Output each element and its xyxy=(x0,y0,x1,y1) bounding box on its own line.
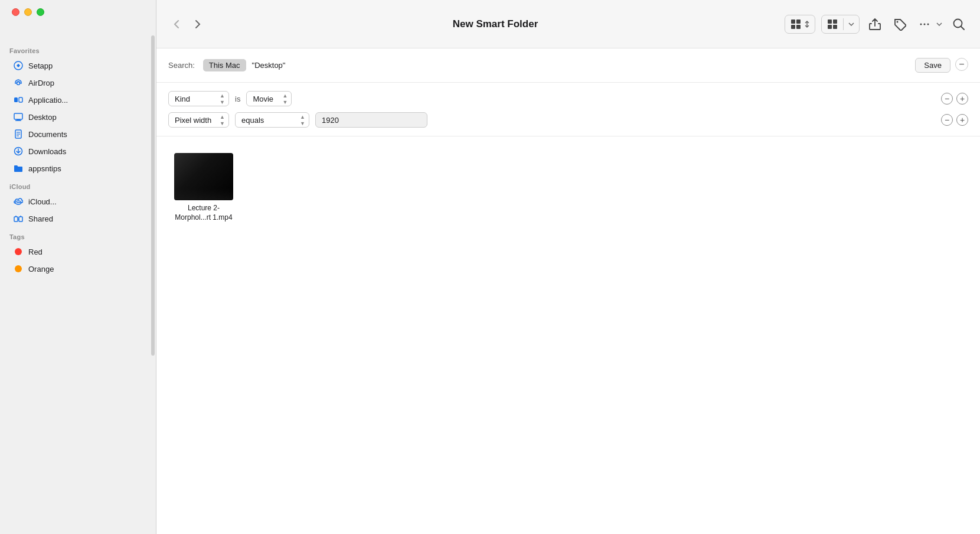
filters-area: Kind Name Pixel width Duration File size… xyxy=(156,83,980,136)
setapp-icon xyxy=(13,60,24,71)
tag-label: Red xyxy=(28,248,43,256)
airdrop-icon xyxy=(13,77,24,88)
sidebar-item-airdrop[interactable]: AirDrop xyxy=(4,74,152,91)
sidebar-item-label: Applicatio... xyxy=(28,96,68,105)
sidebar-item-downloads[interactable]: Downloads xyxy=(4,143,152,159)
downloads-icon xyxy=(13,146,24,157)
equals-select-wrapper[interactable]: equals does not equal is less than is gr… xyxy=(235,112,309,128)
svg-rect-2 xyxy=(14,97,18,102)
folder-icon xyxy=(13,163,24,174)
sidebar-item-label: Shared xyxy=(28,214,53,223)
sidebar-item-tag-red[interactable]: Red xyxy=(4,243,152,260)
sidebar-item-label: iCloud... xyxy=(28,197,57,206)
sidebar-item-label: Documents xyxy=(28,130,67,139)
pixel-width-value-input[interactable] xyxy=(315,112,427,128)
minimize-button[interactable] xyxy=(24,8,32,16)
pixel-width-select[interactable]: Pixel width Kind Name Duration File size xyxy=(168,112,229,128)
sidebar-item-label: appsntips xyxy=(28,164,61,173)
documents-icon xyxy=(13,129,24,139)
svg-rect-20 xyxy=(833,19,837,24)
file-name: Lecture 2-Morphol...rt 1.mp4 xyxy=(175,204,232,222)
svg-rect-22 xyxy=(833,25,837,29)
search-desktop-tag: "Desktop" xyxy=(252,61,286,70)
svg-point-24 xyxy=(920,23,922,25)
add-filter-1-button[interactable]: + xyxy=(956,93,968,105)
more-dropdown-button[interactable] xyxy=(935,19,943,29)
sidebar-item-appsntips[interactable]: appsntips xyxy=(4,160,152,177)
svg-rect-16 xyxy=(796,19,801,24)
sidebar: Favorites Setapp AirDrop xyxy=(0,0,156,534)
sidebar-item-label: Desktop xyxy=(28,113,57,122)
svg-rect-21 xyxy=(828,25,832,29)
file-thumbnail xyxy=(174,153,233,200)
tag-label: Orange xyxy=(28,265,54,273)
search-bar: Search: This Mac "Desktop" Save − xyxy=(156,48,980,83)
movie-select[interactable]: Movie Image Audio PDF Text Folder xyxy=(246,91,292,106)
kind-select-wrapper[interactable]: Kind Name Pixel width Duration File size… xyxy=(168,91,229,106)
toolbar-actions xyxy=(785,15,968,34)
is-label-1: is xyxy=(235,95,240,103)
svg-rect-19 xyxy=(828,19,832,24)
save-button[interactable]: Save xyxy=(915,58,950,73)
file-item[interactable]: Lecture 2-Morphol...rt 1.mp4 xyxy=(168,148,239,227)
sidebar-item-tag-orange[interactable]: Orange xyxy=(4,261,152,277)
svg-rect-3 xyxy=(19,97,22,102)
tags-label: Tags xyxy=(0,227,156,243)
sidebar-item-shared[interactable]: Shared xyxy=(4,210,152,227)
svg-point-25 xyxy=(924,23,926,25)
remove-filter-2-button[interactable]: − xyxy=(941,114,953,126)
content-area: Lecture 2-Morphol...rt 1.mp4 xyxy=(156,136,980,534)
back-button[interactable] xyxy=(168,16,185,32)
equals-select[interactable]: equals does not equal is less than is gr… xyxy=(235,112,309,128)
svg-rect-17 xyxy=(791,25,795,29)
main-area: New Smart Folder xyxy=(156,0,980,534)
tag-button[interactable] xyxy=(890,15,909,34)
shared-icon xyxy=(13,213,24,224)
grid-view-button[interactable] xyxy=(785,15,815,33)
close-button[interactable] xyxy=(12,8,19,16)
sidebar-item-label: Setapp xyxy=(28,61,53,70)
search-label: Search: xyxy=(168,61,195,70)
sidebar-scrollbar[interactable] xyxy=(151,35,155,356)
svg-rect-15 xyxy=(791,19,795,24)
view-mode-button[interactable] xyxy=(822,15,843,33)
movie-select-wrapper[interactable]: Movie Image Audio PDF Text Folder ▲▼ xyxy=(246,91,292,106)
search-this-mac[interactable]: This Mac xyxy=(203,59,246,71)
remove-search-button[interactable]: − xyxy=(955,58,968,71)
view-toggle[interactable] xyxy=(785,15,815,34)
filter-row-1: Kind Name Pixel width Duration File size… xyxy=(168,91,968,106)
tag-orange-icon xyxy=(13,263,24,274)
filter-row-1-actions: − + xyxy=(941,93,968,105)
more-button-wrapper[interactable] xyxy=(915,15,943,34)
svg-rect-18 xyxy=(796,25,801,29)
add-filter-2-button[interactable]: + xyxy=(956,114,968,126)
sidebar-item-label: Downloads xyxy=(28,147,66,156)
svg-rect-4 xyxy=(14,113,22,119)
pixel-width-select-wrapper[interactable]: Pixel width Kind Name Duration File size… xyxy=(168,112,229,128)
search-button[interactable] xyxy=(949,15,968,34)
svg-point-23 xyxy=(897,21,899,22)
view-toggle-2[interactable] xyxy=(821,15,860,34)
desktop-icon xyxy=(13,112,24,122)
remove-filter-1-button[interactable]: − xyxy=(941,93,953,105)
sidebar-item-applications[interactable]: Applicatio... xyxy=(4,92,152,108)
toolbar-nav xyxy=(168,16,206,32)
sidebar-item-documents[interactable]: Documents xyxy=(4,126,152,142)
share-button[interactable] xyxy=(865,15,884,34)
applications-icon xyxy=(13,95,24,105)
kind-select[interactable]: Kind Name Pixel width Duration File size xyxy=(168,91,229,106)
sidebar-item-setapp[interactable]: Setapp xyxy=(4,57,152,74)
tag-red-icon xyxy=(13,246,24,257)
sidebar-item-icloud[interactable]: iCloud... xyxy=(4,193,152,210)
maximize-button[interactable] xyxy=(37,8,44,16)
toolbar: New Smart Folder xyxy=(156,0,980,48)
svg-rect-13 xyxy=(14,217,18,222)
forward-button[interactable] xyxy=(190,16,206,32)
svg-line-28 xyxy=(961,27,964,30)
sidebar-content: Favorites Setapp AirDrop xyxy=(0,41,156,534)
window-title: New Smart Folder xyxy=(215,18,775,30)
view-dropdown-button[interactable] xyxy=(844,19,859,29)
more-button[interactable] xyxy=(915,15,934,34)
favorites-label: Favorites xyxy=(0,41,156,57)
sidebar-item-desktop[interactable]: Desktop xyxy=(4,109,152,125)
